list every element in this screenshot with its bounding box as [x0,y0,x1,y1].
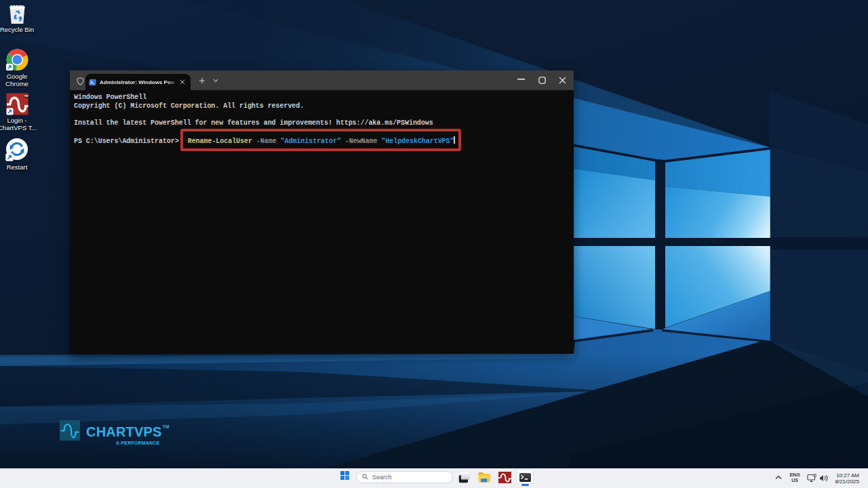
svg-text:TM: TM [24,94,28,98]
